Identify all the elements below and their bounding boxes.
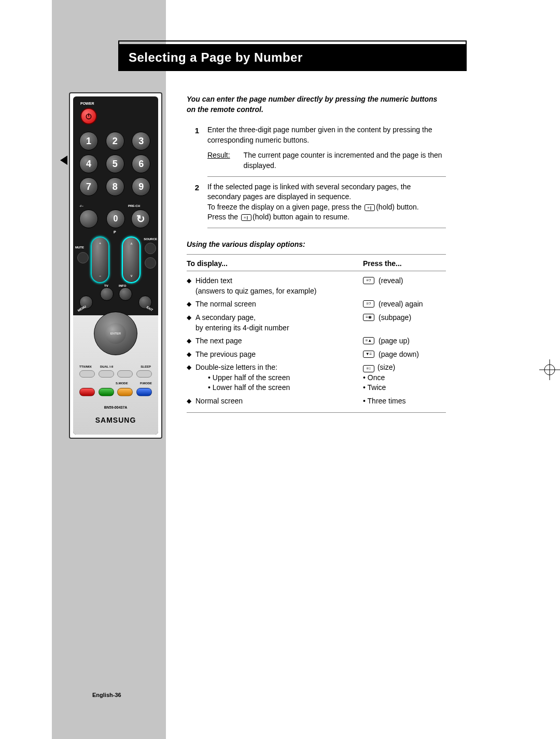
- title-frame-top: [118, 40, 467, 44]
- red-button[interactable]: [79, 388, 95, 396]
- step-text-a: If the selected page is linked with seve…: [207, 182, 446, 202]
- result-text: The current page counter is incremented …: [244, 150, 446, 171]
- channel-rocker[interactable]: ∧ ∨: [122, 236, 141, 283]
- chevron-up-icon: ∧: [130, 242, 133, 246]
- row-left: Double-size letters in the:: [195, 362, 290, 373]
- crop-mark-icon: [539, 359, 560, 380]
- source-button[interactable]: [145, 243, 156, 254]
- minus-icon: −: [99, 274, 101, 278]
- remote-frame: POWER 1 2 3 4 5 6 7 8 9 -/-- PRE-CH 0 ↻ …: [69, 92, 162, 439]
- txt: Three times: [368, 397, 406, 405]
- power-button[interactable]: [80, 108, 97, 124]
- divider: [187, 254, 446, 255]
- ttx-button[interactable]: [79, 370, 95, 378]
- options-table: To display... Press the... ◆ Hidden text…: [187, 259, 446, 413]
- yellow-button[interactable]: [117, 388, 133, 396]
- reveal-icon: ≡?: [363, 277, 374, 284]
- subpage-icon: ≡◉: [363, 314, 374, 321]
- power-label: POWER: [80, 102, 94, 105]
- page-number: English-36: [92, 692, 121, 698]
- size-icon: ≡↕: [363, 365, 374, 372]
- num-8[interactable]: 8: [106, 177, 124, 196]
- num-5[interactable]: 5: [106, 155, 124, 173]
- pagedown-icon: ▼≡: [363, 351, 374, 358]
- num-2[interactable]: 2: [106, 132, 124, 150]
- num-3[interactable]: 3: [132, 132, 150, 150]
- intro-text: You can enter the page number directly b…: [187, 94, 446, 115]
- diamond-icon: ◆: [187, 313, 191, 333]
- diamond-icon: ◆: [187, 276, 191, 296]
- pill-3[interactable]: [117, 370, 133, 378]
- col-display: To display...: [187, 259, 363, 269]
- main-content: You can enter the page number directly b…: [187, 94, 446, 417]
- table-row: ◆ Normal screen • Three times: [187, 395, 446, 408]
- hold-icon: ≡❙: [241, 214, 251, 221]
- remote-control: POWER 1 2 3 4 5 6 7 8 9 -/-- PRE-CH 0 ↻ …: [73, 96, 158, 435]
- mute-button[interactable]: [77, 252, 89, 263]
- divider: [207, 228, 446, 228]
- callout-arrow-icon: [60, 156, 67, 165]
- row-left: The normal screen: [195, 299, 256, 310]
- hold-icon: ≡❙: [365, 204, 375, 211]
- txt: Twice: [368, 383, 386, 392]
- txt: To freeze the display on a given page, p…: [207, 203, 363, 211]
- num-4[interactable]: 4: [79, 155, 98, 173]
- blue-button[interactable]: [136, 388, 152, 396]
- pageup-icon: ≡▲: [363, 337, 374, 344]
- power-icon: [85, 112, 93, 120]
- row-right: (reveal) again: [379, 299, 423, 310]
- txt: Lower half of the screen: [213, 383, 290, 392]
- row-sub: • Lower half of the screen: [208, 383, 290, 393]
- func-pill-row: [79, 370, 152, 378]
- prech-label: PRE-CH: [128, 204, 140, 207]
- brand-logo: SAMSUNG: [73, 416, 158, 424]
- num-9[interactable]: 9: [132, 177, 150, 196]
- chevron-down-icon: ∨: [130, 274, 133, 278]
- volume-rocker[interactable]: + −: [91, 236, 109, 283]
- diamond-icon: ◆: [187, 336, 191, 346]
- p-label: P: [114, 230, 116, 234]
- row-right: (page down): [379, 350, 419, 360]
- prech-button[interactable]: ↻: [131, 210, 150, 228]
- source-button-2[interactable]: [145, 257, 156, 269]
- num-1[interactable]: 1: [79, 132, 98, 150]
- color-button-row: [79, 388, 152, 396]
- model-number: BN59-00437A: [73, 406, 158, 409]
- dash-button[interactable]: [79, 210, 98, 228]
- subheading: Using the various display options:: [187, 240, 446, 250]
- num-0[interactable]: 0: [106, 210, 125, 228]
- title-bar: Selecting a Page by Number: [118, 44, 467, 71]
- enter-label: ENTER: [110, 332, 121, 335]
- info-button[interactable]: [119, 287, 132, 301]
- green-button[interactable]: [99, 388, 114, 396]
- row-right: (subpage): [379, 313, 411, 323]
- step-text: Enter the three-digit page number given …: [207, 125, 446, 145]
- tv-button[interactable]: [100, 287, 114, 301]
- dual-button[interactable]: [99, 370, 114, 378]
- step-text-b: To freeze the display on a given page, p…: [207, 202, 446, 213]
- row-left: A secondary page,: [195, 313, 289, 323]
- row-right-sub: • Three times: [363, 396, 405, 407]
- table-row: ◆ The previous page ▼≡(page down): [187, 348, 446, 361]
- dpad[interactable]: ENTER: [94, 312, 137, 355]
- txt: Upper half of the screen: [213, 373, 290, 382]
- diamond-icon: ◆: [187, 396, 191, 407]
- step-1: 1 Enter the three-digit page number give…: [187, 125, 446, 171]
- num-6[interactable]: 6: [132, 155, 150, 173]
- pmode-label: P.MODE: [140, 382, 152, 385]
- step-number: 2: [187, 182, 207, 222]
- step-number: 1: [187, 125, 207, 171]
- reveal-icon: ≡?: [363, 300, 374, 308]
- txt: (hold) button again to resume.: [253, 213, 349, 221]
- row-right: (reveal): [379, 276, 403, 286]
- exit-label: EXIT: [146, 305, 153, 312]
- table-header: To display... Press the...: [187, 259, 446, 272]
- num-7[interactable]: 7: [79, 177, 98, 196]
- txt: (hold) button.: [376, 203, 419, 211]
- mute-label: MUTE: [75, 246, 84, 249]
- enter-button[interactable]: ENTER: [105, 323, 126, 344]
- row-right-sub: • Twice: [363, 383, 395, 393]
- sleep-button[interactable]: [136, 370, 152, 378]
- row-left-sub: (answers to quiz games, for example): [195, 286, 316, 297]
- diamond-icon: ◆: [187, 299, 191, 310]
